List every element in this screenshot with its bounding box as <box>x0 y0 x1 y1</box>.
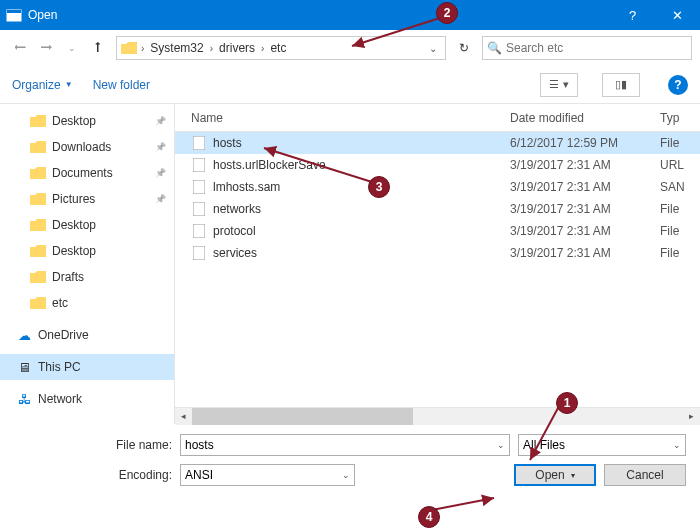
svg-line-9 <box>264 148 372 182</box>
callout-4: 4 <box>418 506 440 528</box>
annotation-arrows <box>0 0 700 529</box>
svg-line-11 <box>432 498 494 510</box>
callout-1: 1 <box>556 392 578 414</box>
callout-3: 3 <box>368 176 390 198</box>
svg-line-10 <box>530 408 558 460</box>
svg-line-8 <box>352 18 440 46</box>
callout-2: 2 <box>436 2 458 24</box>
